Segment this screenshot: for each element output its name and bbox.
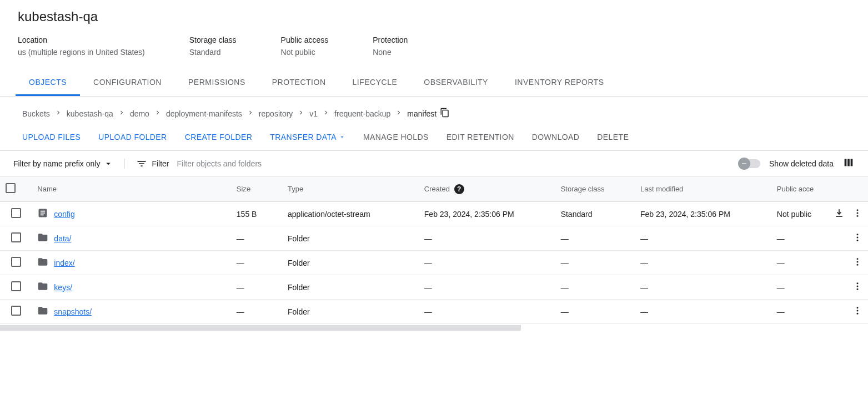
filter-prefix-dropdown[interactable]: Filter by name prefix only bbox=[13, 159, 125, 169]
delete-button[interactable]: DELETE bbox=[597, 133, 629, 141]
cell-type: Folder bbox=[282, 251, 419, 275]
download-button[interactable]: DOWNLOAD bbox=[532, 133, 580, 141]
crumb-current: manifest bbox=[407, 109, 436, 118]
help-icon[interactable]: ? bbox=[454, 184, 464, 194]
meta-public-value: Not public bbox=[281, 48, 329, 57]
chevron-right-icon bbox=[118, 109, 126, 118]
crumb-v1[interactable]: v1 bbox=[309, 109, 318, 118]
object-name-link[interactable]: snapshots/ bbox=[54, 307, 92, 316]
meta-public-label: Public access bbox=[281, 36, 329, 44]
svg-rect-0 bbox=[742, 163, 746, 164]
upload-folder-button[interactable]: UPLOAD FOLDER bbox=[98, 133, 167, 141]
horizontal-scrollbar[interactable] bbox=[0, 325, 521, 331]
manage-holds-button[interactable]: MANAGE HOLDS bbox=[363, 133, 429, 141]
cell-storage: — bbox=[555, 226, 635, 251]
cell-created: Feb 23, 2024, 2:35:06 PM bbox=[419, 202, 555, 226]
folder-icon bbox=[37, 305, 48, 316]
cell-size: 155 B bbox=[231, 202, 282, 226]
col-modified[interactable]: Last modified bbox=[635, 176, 771, 202]
more-options-icon[interactable] bbox=[852, 208, 862, 220]
more-options-icon[interactable] bbox=[852, 257, 862, 269]
row-checkbox[interactable] bbox=[11, 281, 21, 291]
select-all-checkbox[interactable] bbox=[6, 183, 16, 193]
col-public[interactable]: Public acce bbox=[771, 176, 822, 202]
copy-path-icon[interactable] bbox=[440, 108, 450, 119]
breadcrumb: Buckets kubestash-qa demo deployment-man… bbox=[0, 97, 868, 128]
tab-configuration[interactable]: CONFIGURATION bbox=[80, 70, 175, 96]
tab-observability[interactable]: OBSERVABILITY bbox=[410, 70, 501, 96]
tab-permissions[interactable]: PERMISSIONS bbox=[175, 70, 259, 96]
cell-type: Folder bbox=[282, 226, 419, 251]
table-row: config 155 B application/octet-stream Fe… bbox=[0, 202, 868, 226]
row-checkbox[interactable] bbox=[11, 232, 21, 242]
filter-label-group: Filter bbox=[136, 158, 169, 169]
table-row: keys/ — Folder — — — — bbox=[0, 275, 868, 300]
cell-type: Folder bbox=[282, 275, 419, 300]
tab-inventory[interactable]: INVENTORY REPORTS bbox=[501, 70, 618, 96]
meta-protection-value: None bbox=[373, 48, 408, 57]
cell-storage: Standard bbox=[555, 202, 635, 226]
column-settings-icon[interactable] bbox=[842, 156, 855, 170]
crumb-bucket[interactable]: kubestash-qa bbox=[67, 109, 113, 118]
cell-size: — bbox=[231, 251, 282, 275]
object-name-link[interactable]: index/ bbox=[54, 259, 74, 267]
object-name-link[interactable]: config bbox=[54, 210, 74, 219]
meta-storage-value: Standard bbox=[189, 48, 237, 57]
tabs: OBJECTS CONFIGURATION PERMISSIONS PROTEC… bbox=[0, 70, 868, 97]
filter-prefix-label: Filter by name prefix only bbox=[13, 159, 100, 168]
svg-point-6 bbox=[857, 240, 859, 241]
download-row-icon[interactable] bbox=[834, 211, 845, 220]
more-options-icon[interactable] bbox=[852, 306, 862, 317]
more-options-icon[interactable] bbox=[852, 281, 862, 293]
svg-point-8 bbox=[857, 261, 859, 263]
cell-size: — bbox=[231, 275, 282, 300]
cell-modified: — bbox=[635, 251, 771, 275]
object-name-link[interactable]: keys/ bbox=[54, 283, 72, 292]
col-size[interactable]: Size bbox=[231, 176, 282, 202]
filter-bar: Filter by name prefix only Filter Show d… bbox=[0, 150, 868, 176]
cell-created: — bbox=[419, 251, 555, 275]
filter-icon bbox=[136, 158, 147, 169]
filter-label: Filter bbox=[152, 159, 169, 168]
create-folder-button[interactable]: CREATE FOLDER bbox=[185, 133, 253, 141]
folder-icon bbox=[37, 281, 48, 292]
row-checkbox[interactable] bbox=[11, 257, 21, 267]
row-checkbox[interactable] bbox=[11, 306, 21, 316]
chevron-right-icon bbox=[322, 109, 330, 118]
crumb-demo[interactable]: demo bbox=[130, 109, 149, 118]
transfer-data-button[interactable]: TRANSFER DATA bbox=[270, 133, 345, 141]
cell-public: — bbox=[771, 300, 822, 324]
edit-retention-button[interactable]: EDIT RETENTION bbox=[446, 133, 514, 141]
cell-modified: Feb 23, 2024, 2:35:06 PM bbox=[635, 202, 771, 226]
col-name[interactable]: Name bbox=[32, 176, 230, 202]
filter-input[interactable] bbox=[177, 159, 740, 168]
crumb-deployment-manifests[interactable]: deployment-manifests bbox=[166, 109, 242, 118]
crumb-repository[interactable]: repository bbox=[259, 109, 293, 118]
tab-protection[interactable]: PROTECTION bbox=[259, 70, 339, 96]
table-row: snapshots/ — Folder — — — — bbox=[0, 300, 868, 324]
cell-type: application/octet-stream bbox=[282, 202, 419, 226]
col-created[interactable]: Created ? bbox=[419, 176, 555, 202]
cell-type: Folder bbox=[282, 300, 419, 324]
cell-public: — bbox=[771, 275, 822, 300]
row-checkbox[interactable] bbox=[11, 208, 21, 218]
bucket-meta: Location us (multiple regions in United … bbox=[18, 36, 850, 57]
meta-location-label: Location bbox=[18, 36, 145, 44]
svg-point-5 bbox=[857, 237, 859, 239]
crumb-buckets[interactable]: Buckets bbox=[22, 109, 50, 118]
more-options-icon[interactable] bbox=[852, 232, 862, 244]
upload-files-button[interactable]: UPLOAD FILES bbox=[22, 133, 81, 141]
tab-objects[interactable]: OBJECTS bbox=[16, 70, 80, 96]
object-name-link[interactable]: data/ bbox=[54, 234, 71, 243]
chevron-right-icon bbox=[297, 109, 305, 118]
col-type[interactable]: Type bbox=[282, 176, 419, 202]
tab-lifecycle[interactable]: LIFECYCLE bbox=[339, 70, 411, 96]
show-deleted-label: Show deleted data bbox=[769, 159, 834, 168]
svg-point-1 bbox=[857, 209, 859, 211]
svg-point-7 bbox=[857, 258, 859, 260]
cell-storage: — bbox=[555, 275, 635, 300]
crumb-frequent-backup[interactable]: frequent-backup bbox=[334, 109, 390, 118]
col-storage[interactable]: Storage class bbox=[555, 176, 635, 202]
dropdown-arrow-icon bbox=[339, 134, 345, 140]
show-deleted-toggle[interactable] bbox=[740, 159, 760, 168]
